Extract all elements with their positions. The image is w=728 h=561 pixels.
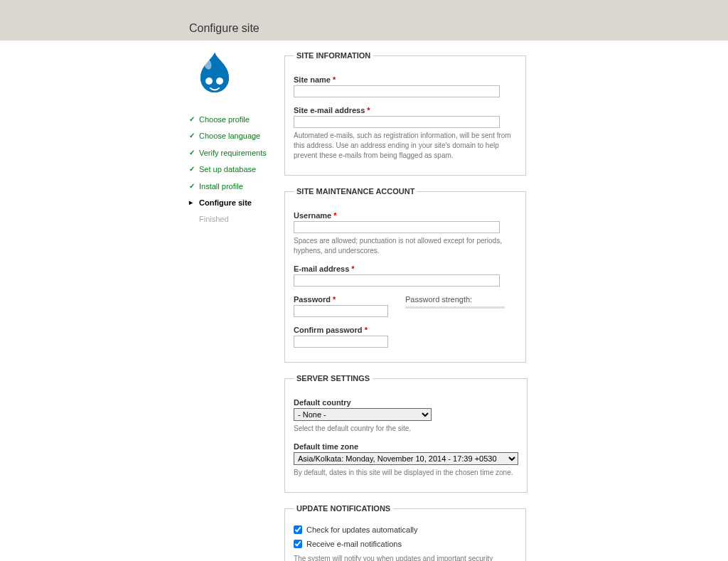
top-bar: [0, 0, 728, 22]
country-label: Default country: [294, 398, 518, 407]
drupal-drop-icon: [195, 51, 235, 95]
fieldset-server-settings: SERVER SETTINGS Default country - None -…: [284, 374, 528, 493]
country-select[interactable]: - None -: [294, 408, 432, 421]
main-form: SITE INFORMATION Site name * Site e-mail…: [277, 51, 526, 561]
drupal-logo: [189, 51, 277, 97]
username-desc: Spaces are allowed; punctuation is not a…: [294, 236, 517, 256]
check-updates-label: Check for updates automatically: [306, 525, 418, 534]
legend-site-information: SITE INFORMATION: [294, 51, 373, 60]
timezone-select[interactable]: Asia/Kolkata: Monday, November 10, 2014 …: [294, 452, 518, 465]
step-finished: Finished: [189, 211, 277, 228]
country-desc: Select the default country for the site.: [294, 424, 518, 434]
fieldset-site-information: SITE INFORMATION Site name * Site e-mail…: [284, 51, 526, 176]
site-email-desc: Automated e-mails, such as registration …: [294, 131, 517, 161]
password-input[interactable]: [294, 305, 388, 317]
site-name-input[interactable]: [294, 85, 500, 97]
username-label: Username *: [294, 211, 517, 220]
legend-update-notifications: UPDATE NOTIFICATIONS: [294, 504, 393, 513]
site-email-input[interactable]: [294, 116, 500, 128]
confirm-password-input[interactable]: [294, 336, 388, 348]
receive-email-checkbox[interactable]: [294, 540, 302, 548]
page-title-bar: Configure site: [0, 22, 728, 41]
receive-email-label: Receive e-mail notifications: [306, 540, 402, 548]
check-updates-checkbox[interactable]: [294, 525, 302, 534]
svg-point-1: [216, 78, 223, 85]
username-input[interactable]: [294, 221, 500, 233]
step-set-up-database: Set up database: [189, 161, 277, 178]
password-strength-bar: [405, 306, 505, 309]
timezone-desc: By default, dates in this site will be d…: [294, 468, 518, 478]
site-email-label: Site e-mail address *: [294, 106, 517, 114]
legend-server-settings: SERVER SETTINGS: [294, 374, 373, 383]
maint-email-label: E-mail address *: [294, 265, 517, 273]
password-label: Password *: [294, 295, 388, 304]
fieldset-update-notifications: UPDATE NOTIFICATIONS Check for updates a…: [284, 504, 526, 561]
step-choose-profile: Choose profile: [189, 112, 277, 128]
password-strength-label: Password strength:: [405, 295, 505, 304]
step-install-profile: Install profile: [189, 178, 277, 195]
step-choose-language: Choose language: [189, 128, 277, 144]
maint-email-input[interactable]: [294, 274, 500, 287]
update-notifications-desc: The system will notify you when updates …: [294, 554, 517, 561]
fieldset-maintenance-account: SITE MAINTENANCE ACCOUNT Username * Spac…: [284, 187, 526, 363]
sidebar: Choose profile Choose language Verify re…: [178, 51, 277, 561]
step-configure-site: Configure site: [189, 195, 277, 211]
timezone-label: Default time zone: [294, 442, 518, 451]
site-name-label: Site name *: [294, 75, 517, 84]
legend-maintenance-account: SITE MAINTENANCE ACCOUNT: [294, 187, 417, 196]
svg-point-0: [205, 78, 213, 85]
page-title: Configure site: [0, 22, 728, 35]
confirm-password-label: Confirm password *: [294, 326, 517, 334]
step-verify-requirements: Verify requirements: [189, 145, 277, 161]
install-steps: Choose profile Choose language Verify re…: [189, 112, 277, 228]
